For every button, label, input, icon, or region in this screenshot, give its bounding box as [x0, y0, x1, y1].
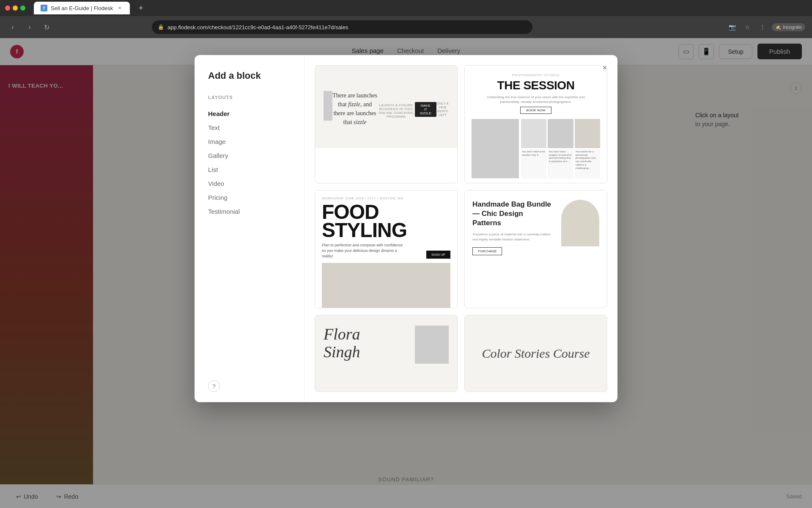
template-card-food-styling[interactable]: WORKSHOP JUNE 2019 • CITY • BOSTON, MA F…	[315, 190, 458, 308]
card4-title: Handmade Bag Bundle— Chic DesignPatterns	[472, 200, 554, 228]
card3-title: FOOD STYLING	[322, 203, 450, 239]
card4-desc: Transform a piece of material into a car…	[472, 232, 554, 242]
card3-inner: WORKSHOP JUNE 2019 • CITY • BOSTON, MA F…	[315, 190, 457, 308]
card2-grid-images: You don't need to be creative only if...…	[521, 119, 600, 178]
url-text: app.flodesk.com/checkout/1221cc9c-e0ad-4…	[167, 24, 348, 30]
card4-text: Handmade Bag Bundle— Chic DesignPatterns…	[472, 200, 554, 255]
card2-text-cell: You don't need imagery so powerful and f…	[548, 149, 573, 179]
browser-titlebar: f Sell an E-Guide | Flodesk × +	[0, 0, 812, 16]
traffic-lights	[5, 6, 25, 11]
card2-text-cell: You search for a passionate photographer…	[575, 149, 600, 179]
template-card-launches[interactable]: There are launches that fizzle, and ther…	[315, 65, 458, 183]
camera-icon[interactable]: 📷	[726, 21, 738, 33]
maximize-window-button[interactable]	[20, 6, 25, 11]
modal-title: Add a block	[208, 70, 291, 81]
card2-btn: BOOK NOW	[520, 107, 552, 114]
refresh-button[interactable]: ↻	[41, 21, 52, 33]
card1-btn: MAKE IT SIZZLE	[415, 102, 436, 117]
card5-name: FloraSingh	[324, 326, 408, 361]
browser-actions: 📷 ☆ ⋮ 🕵 Incognito	[726, 21, 805, 33]
back-button[interactable]: ‹	[7, 21, 19, 33]
browser-tab[interactable]: f Sell an E-Guide | Flodesk ×	[34, 2, 130, 14]
layout-item-header[interactable]: Header	[208, 107, 291, 121]
card2-desc: Celebrating the true essence of your vis…	[472, 95, 600, 104]
card4-inner: Handmade Bag Bundle— Chic DesignPatterns…	[465, 190, 607, 267]
lock-icon: 🔒	[158, 24, 164, 30]
layout-item-gallery[interactable]: Gallery	[208, 149, 291, 163]
card3-meta: WORKSHOP JUNE 2019 • CITY • BOSTON, MA	[322, 196, 403, 200]
card4-btn: PURCHASE	[472, 247, 502, 255]
star-icon[interactable]: ☆	[741, 21, 753, 33]
layout-item-pricing[interactable]: Pricing	[208, 190, 291, 204]
card2-text-cell: You don't need to be creative only if...	[521, 149, 546, 179]
browser-toolbar: ‹ › ↻ 🔒 app.flodesk.com/checkout/1221cc9…	[0, 16, 812, 38]
layout-item-testimonial[interactable]: Testimonial	[208, 204, 291, 218]
card5-text: FloraSingh	[324, 326, 408, 361]
new-tab-button[interactable]: +	[135, 2, 147, 14]
layout-item-list[interactable]: List	[208, 163, 291, 177]
help-button[interactable]: ?	[208, 380, 220, 392]
tab-close-button[interactable]: ×	[116, 5, 123, 11]
template-card-color-stories[interactable]: Color Stories Course	[464, 315, 607, 392]
template-card-handmade-bag[interactable]: Handmade Bag Bundle— Chic DesignPatterns…	[464, 190, 607, 308]
modal-close-button[interactable]: ×	[599, 62, 611, 74]
card1-inner: There are launches that fizzle, and ther…	[315, 66, 457, 148]
template-card-session[interactable]: PHOTOGRAPHY STUDIO THE SESSION Celebrati…	[464, 65, 607, 183]
incognito-icon: 🕵	[775, 25, 781, 30]
tab-title: Sell an E-Guide | Flodesk	[51, 5, 113, 11]
browser-menu-icon[interactable]: ⋮	[757, 21, 768, 33]
modal-overlay: × Add a block LAYOUTS Header Text Image …	[0, 38, 812, 508]
incognito-badge[interactable]: 🕵 Incognito	[772, 23, 805, 31]
minimize-window-button[interactable]	[13, 6, 18, 11]
modal-sidebar: Add a block LAYOUTS Header Text Image Ga…	[195, 55, 304, 402]
card3-signup-btn: SIGN UP	[426, 251, 450, 259]
card1-main-text: There are launches that fizzle, and ther…	[332, 91, 377, 127]
card2-img-cell	[575, 119, 600, 148]
card2-img-cell	[521, 119, 546, 148]
card1-footer: ONLY A FEW SEATS LEFT	[436, 102, 449, 117]
layout-item-image[interactable]: Image	[208, 135, 291, 149]
card3-image	[322, 263, 450, 308]
browser-chrome: f Sell an E-Guide | Flodesk × + ‹ › ↻ 🔒 …	[0, 0, 812, 38]
layouts-section-label: LAYOUTS	[208, 95, 291, 100]
template-card-flora-singh[interactable]: FloraSingh	[315, 315, 458, 392]
card2-images: You don't need to be creative only if...…	[472, 119, 600, 178]
card2-title: THE SESSION	[472, 80, 600, 91]
card3-subtitle: Plan to perfection and compose with conf…	[322, 243, 406, 259]
card2-studio: PHOTOGRAPHY STUDIO	[472, 73, 600, 77]
modal-template-grid: There are launches that fizzle, and ther…	[304, 55, 617, 402]
layout-item-video[interactable]: Video	[208, 177, 291, 190]
incognito-label: Incognito	[783, 25, 802, 30]
address-bar[interactable]: 🔒 app.flodesk.com/checkout/1221cc9c-e0ad…	[152, 20, 532, 34]
card4-image	[561, 200, 599, 246]
card5-image	[415, 326, 449, 364]
add-block-modal: × Add a block LAYOUTS Header Text Image …	[195, 55, 617, 402]
card2-img-cell	[548, 119, 573, 148]
card1-placeholder-image	[324, 91, 332, 121]
card1-sub-text: LAUNCH & FIGURE BUSINESS IN THIS ONLINE …	[377, 103, 415, 119]
card6-inner: Color Stories Course	[465, 315, 607, 392]
card5-inner: FloraSingh	[315, 315, 457, 392]
tab-favicon: f	[41, 5, 47, 11]
close-window-button[interactable]	[5, 6, 10, 11]
card2-main-image	[472, 119, 519, 178]
card6-title: Color Stories Course	[482, 346, 590, 361]
card3-row: Plan to perfection and compose with conf…	[322, 243, 450, 259]
card2-inner: PHOTOGRAPHY STUDIO THE SESSION Celebrati…	[465, 66, 607, 183]
forward-button[interactable]: ›	[24, 21, 36, 33]
layout-item-text[interactable]: Text	[208, 121, 291, 135]
